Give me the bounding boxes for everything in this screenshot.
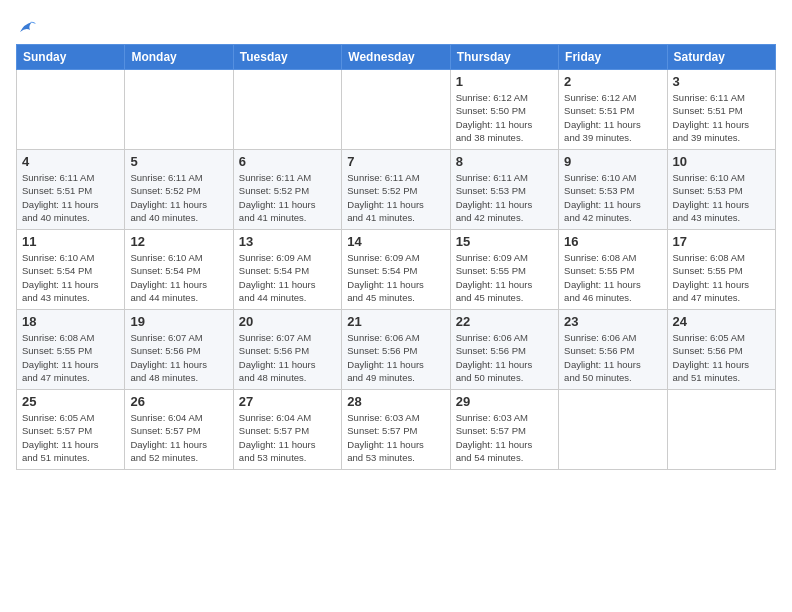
day-number: 26 xyxy=(130,394,227,409)
day-number: 25 xyxy=(22,394,119,409)
day-number: 19 xyxy=(130,314,227,329)
day-info: Sunrise: 6:07 AMSunset: 5:56 PMDaylight:… xyxy=(239,331,336,384)
day-info: Sunrise: 6:05 AMSunset: 5:56 PMDaylight:… xyxy=(673,331,770,384)
calendar-day-25: 25Sunrise: 6:05 AMSunset: 5:57 PMDayligh… xyxy=(17,390,125,470)
day-info: Sunrise: 6:06 AMSunset: 5:56 PMDaylight:… xyxy=(456,331,553,384)
calendar-day-29: 29Sunrise: 6:03 AMSunset: 5:57 PMDayligh… xyxy=(450,390,558,470)
calendar-day-21: 21Sunrise: 6:06 AMSunset: 5:56 PMDayligh… xyxy=(342,310,450,390)
calendar-day-2: 2Sunrise: 6:12 AMSunset: 5:51 PMDaylight… xyxy=(559,70,667,150)
day-number: 16 xyxy=(564,234,661,249)
day-number: 20 xyxy=(239,314,336,329)
day-number: 9 xyxy=(564,154,661,169)
day-number: 7 xyxy=(347,154,444,169)
calendar-week-row: 11Sunrise: 6:10 AMSunset: 5:54 PMDayligh… xyxy=(17,230,776,310)
calendar-day-6: 6Sunrise: 6:11 AMSunset: 5:52 PMDaylight… xyxy=(233,150,341,230)
calendar-header-sunday: Sunday xyxy=(17,45,125,70)
calendar-empty-cell xyxy=(342,70,450,150)
calendar-day-14: 14Sunrise: 6:09 AMSunset: 5:54 PMDayligh… xyxy=(342,230,450,310)
day-number: 6 xyxy=(239,154,336,169)
calendar-header-tuesday: Tuesday xyxy=(233,45,341,70)
day-number: 13 xyxy=(239,234,336,249)
day-info: Sunrise: 6:06 AMSunset: 5:56 PMDaylight:… xyxy=(347,331,444,384)
day-info: Sunrise: 6:12 AMSunset: 5:50 PMDaylight:… xyxy=(456,91,553,144)
day-number: 5 xyxy=(130,154,227,169)
page-header xyxy=(16,16,776,36)
day-info: Sunrise: 6:12 AMSunset: 5:51 PMDaylight:… xyxy=(564,91,661,144)
calendar-header-monday: Monday xyxy=(125,45,233,70)
day-info: Sunrise: 6:11 AMSunset: 5:52 PMDaylight:… xyxy=(239,171,336,224)
day-number: 28 xyxy=(347,394,444,409)
calendar-day-23: 23Sunrise: 6:06 AMSunset: 5:56 PMDayligh… xyxy=(559,310,667,390)
calendar-day-17: 17Sunrise: 6:08 AMSunset: 5:55 PMDayligh… xyxy=(667,230,775,310)
day-info: Sunrise: 6:11 AMSunset: 5:53 PMDaylight:… xyxy=(456,171,553,224)
calendar-empty-cell xyxy=(233,70,341,150)
day-info: Sunrise: 6:03 AMSunset: 5:57 PMDaylight:… xyxy=(347,411,444,464)
calendar-week-row: 25Sunrise: 6:05 AMSunset: 5:57 PMDayligh… xyxy=(17,390,776,470)
calendar-day-5: 5Sunrise: 6:11 AMSunset: 5:52 PMDaylight… xyxy=(125,150,233,230)
day-info: Sunrise: 6:10 AMSunset: 5:53 PMDaylight:… xyxy=(564,171,661,224)
day-number: 12 xyxy=(130,234,227,249)
day-info: Sunrise: 6:10 AMSunset: 5:53 PMDaylight:… xyxy=(673,171,770,224)
day-number: 2 xyxy=(564,74,661,89)
calendar-day-26: 26Sunrise: 6:04 AMSunset: 5:57 PMDayligh… xyxy=(125,390,233,470)
calendar-day-16: 16Sunrise: 6:08 AMSunset: 5:55 PMDayligh… xyxy=(559,230,667,310)
day-number: 14 xyxy=(347,234,444,249)
calendar-header-saturday: Saturday xyxy=(667,45,775,70)
day-info: Sunrise: 6:09 AMSunset: 5:54 PMDaylight:… xyxy=(347,251,444,304)
day-number: 10 xyxy=(673,154,770,169)
calendar-day-4: 4Sunrise: 6:11 AMSunset: 5:51 PMDaylight… xyxy=(17,150,125,230)
day-number: 24 xyxy=(673,314,770,329)
calendar-empty-cell xyxy=(17,70,125,150)
calendar-day-20: 20Sunrise: 6:07 AMSunset: 5:56 PMDayligh… xyxy=(233,310,341,390)
day-info: Sunrise: 6:03 AMSunset: 5:57 PMDaylight:… xyxy=(456,411,553,464)
calendar-empty-cell xyxy=(125,70,233,150)
calendar-header-wednesday: Wednesday xyxy=(342,45,450,70)
day-info: Sunrise: 6:04 AMSunset: 5:57 PMDaylight:… xyxy=(130,411,227,464)
calendar-day-1: 1Sunrise: 6:12 AMSunset: 5:50 PMDaylight… xyxy=(450,70,558,150)
calendar-day-8: 8Sunrise: 6:11 AMSunset: 5:53 PMDaylight… xyxy=(450,150,558,230)
calendar-table: SundayMondayTuesdayWednesdayThursdayFrid… xyxy=(16,44,776,470)
calendar-header-friday: Friday xyxy=(559,45,667,70)
calendar-day-22: 22Sunrise: 6:06 AMSunset: 5:56 PMDayligh… xyxy=(450,310,558,390)
day-info: Sunrise: 6:08 AMSunset: 5:55 PMDaylight:… xyxy=(564,251,661,304)
calendar-day-11: 11Sunrise: 6:10 AMSunset: 5:54 PMDayligh… xyxy=(17,230,125,310)
calendar-day-7: 7Sunrise: 6:11 AMSunset: 5:52 PMDaylight… xyxy=(342,150,450,230)
day-info: Sunrise: 6:09 AMSunset: 5:54 PMDaylight:… xyxy=(239,251,336,304)
day-number: 1 xyxy=(456,74,553,89)
calendar-day-10: 10Sunrise: 6:10 AMSunset: 5:53 PMDayligh… xyxy=(667,150,775,230)
day-number: 17 xyxy=(673,234,770,249)
calendar-day-12: 12Sunrise: 6:10 AMSunset: 5:54 PMDayligh… xyxy=(125,230,233,310)
day-info: Sunrise: 6:04 AMSunset: 5:57 PMDaylight:… xyxy=(239,411,336,464)
calendar-day-27: 27Sunrise: 6:04 AMSunset: 5:57 PMDayligh… xyxy=(233,390,341,470)
calendar-day-3: 3Sunrise: 6:11 AMSunset: 5:51 PMDaylight… xyxy=(667,70,775,150)
calendar-day-13: 13Sunrise: 6:09 AMSunset: 5:54 PMDayligh… xyxy=(233,230,341,310)
calendar-body: 1Sunrise: 6:12 AMSunset: 5:50 PMDaylight… xyxy=(17,70,776,470)
day-number: 21 xyxy=(347,314,444,329)
calendar-week-row: 18Sunrise: 6:08 AMSunset: 5:55 PMDayligh… xyxy=(17,310,776,390)
day-number: 15 xyxy=(456,234,553,249)
day-info: Sunrise: 6:11 AMSunset: 5:52 PMDaylight:… xyxy=(130,171,227,224)
day-number: 29 xyxy=(456,394,553,409)
day-number: 8 xyxy=(456,154,553,169)
logo-bird-icon xyxy=(18,20,36,36)
day-info: Sunrise: 6:09 AMSunset: 5:55 PMDaylight:… xyxy=(456,251,553,304)
logo xyxy=(16,20,36,36)
calendar-day-15: 15Sunrise: 6:09 AMSunset: 5:55 PMDayligh… xyxy=(450,230,558,310)
calendar-day-19: 19Sunrise: 6:07 AMSunset: 5:56 PMDayligh… xyxy=(125,310,233,390)
day-number: 3 xyxy=(673,74,770,89)
day-info: Sunrise: 6:08 AMSunset: 5:55 PMDaylight:… xyxy=(673,251,770,304)
calendar-day-9: 9Sunrise: 6:10 AMSunset: 5:53 PMDaylight… xyxy=(559,150,667,230)
day-number: 4 xyxy=(22,154,119,169)
day-info: Sunrise: 6:11 AMSunset: 5:52 PMDaylight:… xyxy=(347,171,444,224)
day-info: Sunrise: 6:06 AMSunset: 5:56 PMDaylight:… xyxy=(564,331,661,384)
day-number: 11 xyxy=(22,234,119,249)
day-info: Sunrise: 6:08 AMSunset: 5:55 PMDaylight:… xyxy=(22,331,119,384)
calendar-week-row: 1Sunrise: 6:12 AMSunset: 5:50 PMDaylight… xyxy=(17,70,776,150)
calendar-header-row: SundayMondayTuesdayWednesdayThursdayFrid… xyxy=(17,45,776,70)
calendar-week-row: 4Sunrise: 6:11 AMSunset: 5:51 PMDaylight… xyxy=(17,150,776,230)
day-info: Sunrise: 6:10 AMSunset: 5:54 PMDaylight:… xyxy=(22,251,119,304)
day-info: Sunrise: 6:11 AMSunset: 5:51 PMDaylight:… xyxy=(22,171,119,224)
day-info: Sunrise: 6:10 AMSunset: 5:54 PMDaylight:… xyxy=(130,251,227,304)
day-info: Sunrise: 6:05 AMSunset: 5:57 PMDaylight:… xyxy=(22,411,119,464)
calendar-header-thursday: Thursday xyxy=(450,45,558,70)
